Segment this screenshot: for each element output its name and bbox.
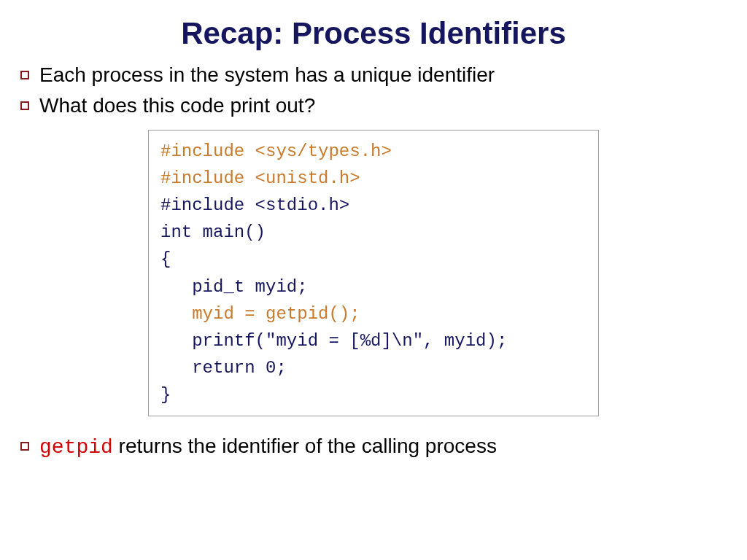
bullet-square-icon: [20, 101, 29, 110]
code-line: int main(): [160, 219, 587, 246]
code-line: }: [160, 381, 587, 408]
slide-title: Recap: Process Identifiers: [0, 0, 747, 61]
code-line: #include <stdio.h>: [160, 192, 587, 219]
code-block: #include <sys/types.h> #include <unistd.…: [148, 130, 599, 417]
code-line: {: [160, 246, 587, 273]
footer-rest: returns the identifier of the calling pr…: [113, 435, 497, 457]
code-line: myid = getpid();: [160, 300, 587, 327]
bullet-item: Each process in the system has a unique …: [20, 61, 727, 89]
bullet-text: Each process in the system has a unique …: [39, 61, 495, 89]
code-line: #include <unistd.h>: [160, 165, 587, 192]
footer-bullet-list: getpid returns the identifier of the cal…: [0, 432, 747, 462]
bullet-square-icon: [20, 442, 29, 451]
bullet-item: getpid returns the identifier of the cal…: [20, 432, 727, 462]
code-line: pid_t myid;: [160, 273, 587, 300]
code-line: #include <sys/types.h>: [160, 138, 587, 165]
inline-code: getpid: [39, 436, 113, 459]
code-line: return 0;: [160, 354, 587, 381]
bullet-text: What does this code print out?: [39, 92, 315, 120]
code-line: printf("myid = [%d]\n", myid);: [160, 327, 587, 354]
bullet-square-icon: [20, 71, 29, 79]
bullet-item: What does this code print out?: [20, 92, 727, 120]
bullet-list: Each process in the system has a unique …: [0, 61, 747, 120]
bullet-text: getpid returns the identifier of the cal…: [39, 432, 497, 462]
